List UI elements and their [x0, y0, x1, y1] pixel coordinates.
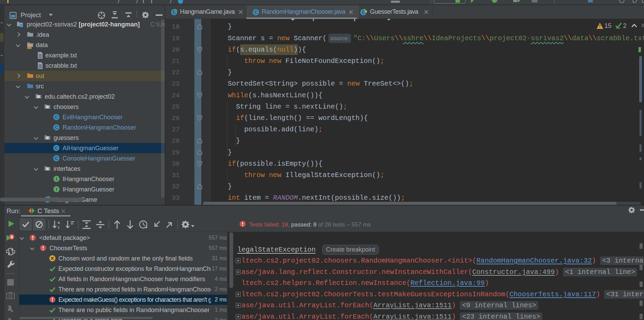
svg-text:C: C: [55, 115, 58, 120]
svg-text:C: C: [55, 156, 58, 161]
svg-text:a: a: [58, 220, 60, 224]
svg-text:I: I: [56, 187, 57, 192]
svg-text:C: C: [55, 125, 58, 130]
svg-text:z: z: [58, 225, 60, 229]
svg-text:I: I: [56, 177, 57, 181]
svg-text:C: C: [255, 10, 258, 15]
svg-text:C: C: [55, 146, 58, 151]
